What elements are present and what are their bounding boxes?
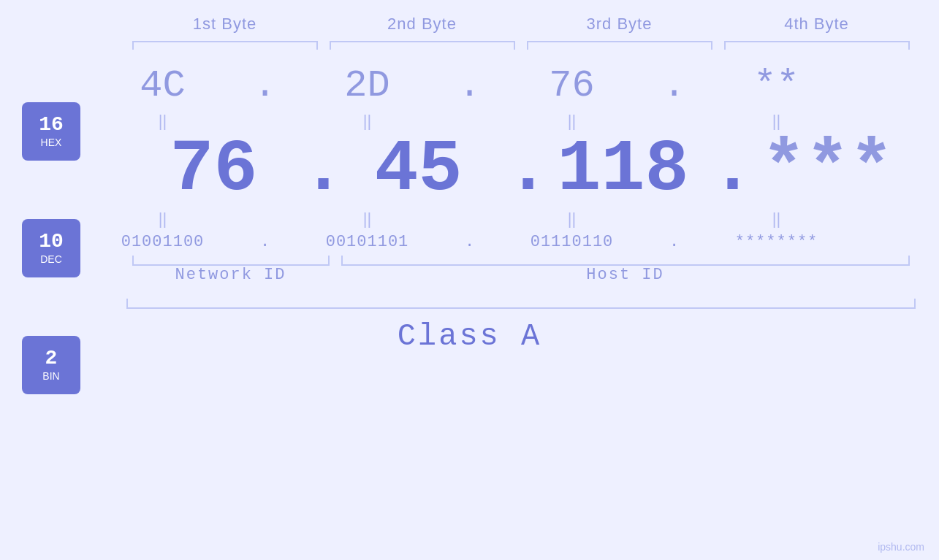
full-bracket-row: [126, 299, 916, 309]
bin-b3-value: 01110110: [531, 233, 614, 251]
dec-base-label: DEC: [40, 253, 62, 265]
byte3-header: 3rd Byte: [521, 15, 718, 34]
bin-b2-value: 00101101: [326, 233, 409, 251]
hex-b1-cell: 4C: [75, 64, 251, 107]
dec-b2-value: 45: [374, 129, 462, 211]
hex-base-num: 16: [39, 115, 64, 135]
bin-b4-value: ********: [735, 233, 818, 251]
dec-dot-2: .: [506, 134, 536, 207]
byte-headers: 1st Byte 2nd Byte 3rd Byte 4th Byte: [126, 15, 916, 34]
bracket-4: [724, 41, 910, 50]
hex-b2-value: 2D: [344, 64, 389, 107]
hex-b3-cell: 76: [484, 64, 660, 107]
byte1-header: 1st Byte: [126, 15, 324, 34]
bracket-3: [527, 41, 712, 50]
network-bracket: [132, 256, 330, 266]
eq2-c4: ||: [689, 210, 864, 229]
hex-b2-cell: 2D: [280, 64, 455, 107]
dec-b1-cell: 76: [126, 134, 302, 207]
host-bracket: [341, 256, 910, 266]
full-bracket-line: [126, 299, 916, 309]
hex-badge: 16 HEX: [22, 102, 80, 161]
bin-b3-cell: 01110110: [484, 233, 660, 251]
header-brackets: [126, 41, 916, 50]
bin-dot-2: .: [455, 233, 484, 251]
dec-b2-cell: 45: [331, 134, 506, 207]
bin-base-num: 2: [45, 348, 58, 369]
bin-b2-cell: 00101101: [280, 233, 455, 251]
dec-b3-cell: 118: [536, 134, 711, 207]
hex-base-label: HEX: [41, 137, 62, 148]
bracket-1: [132, 41, 318, 50]
bracket-2: [330, 41, 515, 50]
byte2-header: 2nd Byte: [324, 15, 521, 34]
dec-b1-value: 76: [170, 129, 257, 211]
eq2-sp1: [251, 210, 280, 229]
dec-row: 76 . 45 . 118 . ***: [126, 134, 916, 207]
id-brackets-row: [126, 256, 916, 266]
bin-row: 01001100 . 00101101 . 01110110 . *******…: [75, 233, 864, 251]
network-id-label-container: Network ID: [132, 266, 330, 284]
watermark: ipshu.com: [878, 541, 924, 553]
host-id-bracket-container: [335, 256, 916, 266]
hex-b4-cell: **: [689, 64, 864, 107]
class-label: Class A: [398, 319, 541, 354]
hex-b3-value: 76: [549, 64, 594, 107]
bin-base-label: BIN: [42, 370, 59, 382]
network-id-label: Network ID: [175, 266, 286, 284]
bin-b1-cell: 01001100: [75, 233, 251, 251]
hex-b1-value: 4C: [140, 64, 185, 107]
eq2-c1: ||: [75, 210, 251, 229]
network-id-bracket-container: [132, 256, 330, 266]
bin-dot-3: .: [660, 233, 689, 251]
dec-dot-1: .: [302, 134, 331, 207]
dec-b4-cell: ***: [740, 134, 916, 207]
eq2-c3: ||: [484, 210, 660, 229]
bin-dot-1: .: [251, 233, 280, 251]
eq2-sp3: [660, 210, 689, 229]
dec-dot-3: .: [711, 134, 740, 207]
eq2-sp2: [455, 210, 484, 229]
hex-dot-2: .: [455, 64, 484, 107]
hex-dot-1: .: [251, 64, 280, 107]
hex-b4-value: **: [753, 64, 799, 107]
byte4-header: 4th Byte: [718, 15, 916, 34]
bin-b1-value: 01001100: [121, 233, 205, 251]
dec-b4-value: ***: [761, 129, 893, 211]
eq2-c2: ||: [280, 210, 455, 229]
host-id-label: Host ID: [586, 266, 664, 284]
host-id-label-container: Host ID: [335, 266, 916, 284]
equals-row-2: || || || ||: [75, 210, 864, 229]
id-labels-row: Network ID Host ID: [126, 266, 916, 284]
hex-dot-3: .: [660, 64, 689, 107]
dec-base-num: 10: [39, 231, 64, 252]
main-container: 1st Byte 2nd Byte 3rd Byte 4th Byte 16 H…: [0, 0, 939, 560]
dec-b3-value: 118: [557, 129, 688, 211]
dec-badge: 10 DEC: [22, 219, 80, 277]
bin-badge: 2 BIN: [22, 336, 80, 394]
base-badges: 16 HEX 10 DEC 2 BIN: [22, 102, 80, 394]
hex-row: 4C . 2D . 76 . **: [75, 64, 864, 107]
bin-b4-cell: ********: [689, 233, 864, 251]
